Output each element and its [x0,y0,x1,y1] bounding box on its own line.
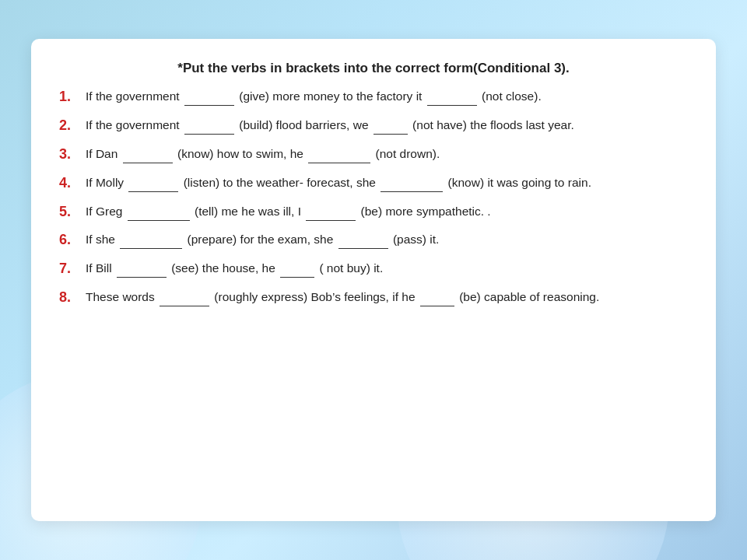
item-text: If Greg (tell) me he was ill, I (be) mor… [86,202,688,221]
main-card: *Put the verbs in brackets into the corr… [31,39,716,521]
text-segment: If Greg [86,205,126,218]
text-segment: If Bill [86,261,115,275]
list-item: 1.If the government (give) more money to… [59,87,688,108]
text-segment: (be) capable of reasoning. [456,290,599,303]
answer-blank [306,208,356,221]
text-segment: (not close). [479,89,542,103]
answer-blank [128,208,190,221]
text-segment: (tell) me he was ill, I [191,205,305,218]
text-segment: If she [86,233,118,246]
text-segment: (pass) it. [390,233,440,246]
text-segment: (roughly express) Bob’s feelings, if he [211,290,419,303]
answer-blank [427,93,477,106]
text-segment: (prepare) for the exam, she [184,233,336,246]
answer-blank [117,265,167,278]
list-item: 8. These words (roughly express) Bob’s f… [59,288,688,309]
text-segment: (listen) to the weather- forecast, she [180,176,379,189]
exercise-list: 1.If the government (give) more money to… [59,87,688,309]
item-text: If she (prepare) for the exam, she (pass… [86,230,688,249]
text-segment: (know) it was going to rain. [444,176,591,189]
item-number: 3. [59,144,86,166]
answer-blank [160,294,209,306]
item-number: 1. [59,86,86,108]
item-text: If the government (build) flood barriers… [86,116,688,135]
item-number: 4. [59,173,86,194]
answer-blank [338,236,388,249]
text-segment: ( not buy) it. [316,261,383,275]
item-text: If Bill (see) the house, he ( not buy) i… [86,259,688,278]
answer-blank [128,180,178,192]
list-item: 2. If the government (build) flood barri… [59,116,688,137]
answer-blank [280,265,314,278]
text-segment: (not have) the floods last year. [409,118,574,131]
item-text: These words (roughly express) Bob’s feel… [86,288,688,306]
item-number: 7. [59,258,86,280]
text-segment: (build) flood barriers, we [236,118,372,131]
answer-blank [308,151,370,163]
answer-blank [184,93,234,106]
text-segment: (give) more money to the factory it [236,89,426,103]
answer-blank [120,236,182,249]
list-item: 3.If Dan (know) how to swim, he (not dro… [59,145,688,166]
item-text: If Molly (listen) to the weather- foreca… [86,173,688,192]
text-segment: If the government [86,118,183,131]
answer-blank [123,151,173,163]
text-segment: These words [86,290,158,303]
text-segment: If the government [86,89,183,103]
text-segment: If Dan [86,147,121,160]
text-segment: (be) more sympathetic. . [357,205,490,218]
item-number: 5. [59,201,86,223]
item-text: If the government (give) more money to t… [86,87,688,106]
list-item: 5.If Greg (tell) me he was ill, I (be) m… [59,202,688,223]
list-item: 4.If Molly (listen) to the weather- fore… [59,173,688,194]
list-item: 6.If she (prepare) for the exam, she (pa… [59,230,688,251]
answer-blank [420,294,454,306]
list-item: 7.If Bill (see) the house, he ( not buy)… [59,259,688,280]
item-number: 8. [59,287,86,309]
page-title: *Put the verbs in brackets into the corr… [59,61,688,76]
text-segment: (see) the house, he [168,261,279,275]
answer-blank [381,180,443,192]
text-segment: (not drown). [372,147,440,160]
answer-blank [184,122,234,135]
answer-blank [374,122,408,135]
text-segment: If Molly [86,176,127,189]
text-segment: (know) how to swim, he [174,147,307,160]
item-number: 2. [59,115,86,137]
item-number: 6. [59,229,86,251]
item-text: If Dan (know) how to swim, he (not drown… [86,145,688,163]
